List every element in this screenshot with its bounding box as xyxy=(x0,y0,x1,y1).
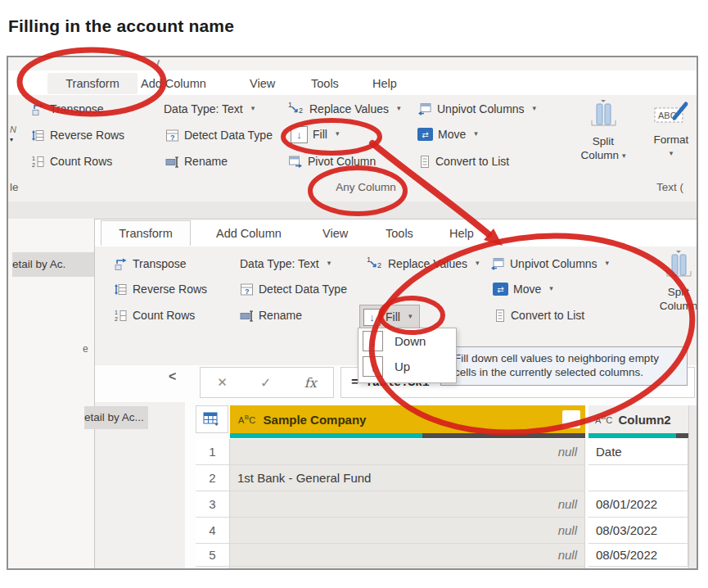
formula-cancel-icon[interactable]: ✕ xyxy=(217,375,228,390)
column-header-column2[interactable]: ABC Column2 xyxy=(588,405,688,433)
split-column-icon xyxy=(584,98,622,134)
replace-values-icon: 1 ↘ 2 xyxy=(288,102,304,116)
svg-text:?: ? xyxy=(245,287,250,295)
titlebar-sliver xyxy=(8,57,697,70)
tab-add-column-inner[interactable]: Add Column xyxy=(216,227,282,240)
fx-icon[interactable]: fx xyxy=(304,375,317,391)
query-list-item-selected[interactable]: etail by Ac... xyxy=(84,406,148,429)
rename-button[interactable]: Rename xyxy=(165,153,228,170)
table-menu-icon xyxy=(203,412,221,427)
format-button[interactable]: ABC Format ▾ xyxy=(647,98,696,161)
rename-button-inner[interactable]: Rename xyxy=(240,307,302,323)
unpivot-columns-icon xyxy=(490,257,505,271)
transpose-button[interactable]: Transpose xyxy=(31,101,104,117)
cell-column2[interactable] xyxy=(588,465,688,491)
fill-button-inner-pressed[interactable]: ↓ Fill xyxy=(359,305,420,329)
tab-tools-inner[interactable]: Tools xyxy=(386,227,413,240)
formula-bar-buttons: ✕ ✓ fx xyxy=(200,367,334,398)
fill-down-icon: ↓ xyxy=(363,331,383,351)
edge-partial-e: e xyxy=(83,343,88,355)
tab-tools[interactable]: Tools xyxy=(311,77,339,90)
row-number[interactable]: 2 xyxy=(196,465,230,491)
count-rows-button-inner[interactable]: 12 Count Rows xyxy=(114,307,195,323)
tab-add-column[interactable]: Add Column xyxy=(141,77,206,90)
pivot-column-button[interactable]: Pivot Column xyxy=(288,153,376,170)
reverse-rows-button-inner[interactable]: Reverse Rows xyxy=(114,281,207,297)
cell-sample-company[interactable]: 1st Bank - General Fund xyxy=(230,465,585,491)
move-button[interactable]: ⇄ Move xyxy=(417,126,478,142)
group-label-text-partial: Text ( xyxy=(656,181,683,193)
query-list-item-partial[interactable]: etail by Ac. xyxy=(12,252,97,277)
split-column-label-1: Split xyxy=(593,134,614,148)
text-type-icon: ABC xyxy=(595,414,613,425)
convert-to-list-button[interactable]: Convert to List xyxy=(419,153,509,170)
fill-label: Fill xyxy=(313,128,327,141)
move-label: Move xyxy=(513,283,541,296)
move-icon: ⇄ xyxy=(493,283,508,296)
replace-values-label: Replace Values xyxy=(309,102,389,115)
row-number[interactable]: 1 xyxy=(196,439,230,465)
vertical-scrollbar[interactable] xyxy=(688,405,698,569)
cell-column2[interactable]: 08/05/2022 xyxy=(588,544,688,567)
collapse-pane-chevron[interactable]: < xyxy=(169,369,176,384)
row-number[interactable]: 4 xyxy=(196,518,230,544)
edge-partial-n: N xyxy=(10,124,16,134)
tab-transform[interactable]: Transform xyxy=(47,73,138,94)
replace-values-button-inner[interactable]: 1 ↘ 2 Replace Values xyxy=(367,256,480,272)
format-label: Format xyxy=(654,133,689,147)
table-menu-button[interactable] xyxy=(196,405,228,433)
cell-column2[interactable]: Date xyxy=(588,439,688,465)
data-type-button-inner[interactable]: Data Type: Text xyxy=(240,256,331,272)
transpose-button-inner[interactable]: Transpose xyxy=(114,256,187,272)
fill-button-outer[interactable]: ↓ Fill xyxy=(291,126,339,142)
convert-to-list-label: Convert to List xyxy=(435,155,509,168)
row-number[interactable]: 5 xyxy=(196,544,230,567)
count-rows-button[interactable]: 12 Count Rows xyxy=(31,153,112,170)
fill-menu-item-down[interactable]: ↓ Down xyxy=(359,328,456,354)
fill-menu-item-up[interactable]: ↑ Up xyxy=(359,354,456,379)
unpivot-columns-button[interactable]: Unpivot Columns xyxy=(417,101,536,117)
cell-column2[interactable]: 08/01/2022 xyxy=(588,491,688,518)
pivot-column-label: Pivot Column xyxy=(308,155,376,168)
crop-artifact xyxy=(156,60,160,67)
tab-transform-inner[interactable]: Transform xyxy=(101,220,191,246)
cell-sample-company[interactable]: null xyxy=(230,518,585,544)
tab-view[interactable]: View xyxy=(250,77,275,90)
cell-column2[interactable]: 08/03/2022 xyxy=(588,518,688,544)
tooltip-text: Fill down cell values to neighboring emp… xyxy=(454,352,659,378)
detect-data-type-button-inner[interactable]: ? Detect Data Type xyxy=(240,281,347,297)
unpivot-columns-icon xyxy=(417,102,432,116)
move-icon: ⇄ xyxy=(417,128,433,141)
filter-button[interactable] xyxy=(562,410,580,428)
detect-data-type-button[interactable]: ? Detect Data Type xyxy=(165,127,273,143)
reverse-rows-icon xyxy=(31,129,45,142)
ribbon-tabs-inner: Transform Add Column View Tools Help xyxy=(95,219,697,247)
cell-sample-company[interactable]: null xyxy=(230,439,585,465)
row-number[interactable]: 3 xyxy=(196,491,230,518)
quality-bar-valid xyxy=(588,433,676,438)
tab-help[interactable]: Help xyxy=(372,77,397,90)
unpivot-columns-button-inner[interactable]: Unpivot Columns xyxy=(490,256,609,272)
split-column-button-inner[interactable]: Split Column xyxy=(654,249,698,313)
cell-sample-company[interactable]: null xyxy=(230,544,585,567)
edge-partial-caret: ▾ xyxy=(10,136,13,143)
tab-help-inner[interactable]: Help xyxy=(449,227,474,240)
transpose-icon xyxy=(114,257,128,271)
split-column-button[interactable]: Split Column xyxy=(577,98,629,164)
text-type-icon: ABC xyxy=(238,414,256,425)
detect-data-type-icon: ? xyxy=(165,129,179,142)
data-type-button[interactable]: Data Type: Text xyxy=(164,101,255,117)
tab-view-inner[interactable]: View xyxy=(322,227,348,240)
move-button-inner[interactable]: ⇄ Move xyxy=(493,281,553,297)
convert-to-list-button-inner[interactable]: Convert to List xyxy=(494,307,584,323)
page-title: Filling in the account name xyxy=(8,16,234,36)
replace-values-button[interactable]: 1 ↘ 2 Replace Values xyxy=(288,101,401,117)
reverse-rows-button[interactable]: Reverse Rows xyxy=(31,127,124,143)
formula-check-icon[interactable]: ✓ xyxy=(260,375,271,391)
ribbon-tabs-outer: Transform Add Column View Tools Help xyxy=(8,70,697,95)
column-header-sample-company[interactable]: ABC Sample Company xyxy=(230,405,585,433)
quality-bar-empty xyxy=(676,433,688,438)
count-rows-icon: 12 xyxy=(31,155,45,169)
split-column-label-1: Split xyxy=(668,285,689,299)
cell-sample-company[interactable]: null xyxy=(230,491,585,518)
